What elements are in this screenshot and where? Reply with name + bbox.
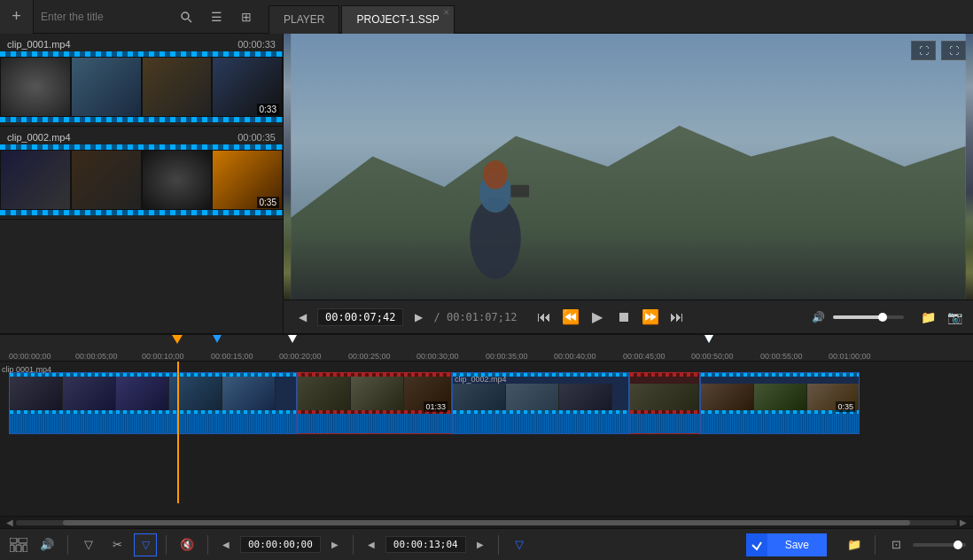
filmstrip-top-2 <box>0 144 283 150</box>
tab-project[interactable]: PROJECT-1.SSP ✕ <box>341 5 454 34</box>
timeline-clip-4[interactable] <box>629 372 700 434</box>
tl-clip-audio-3 <box>453 414 628 433</box>
tl-filmstrip-top-4 <box>630 373 699 377</box>
scroll-right-arrow[interactable]: ▶ <box>957 517 969 529</box>
ruler-label-1: 00:00:05;00 <box>75 352 118 361</box>
storyboard-button[interactable] <box>7 533 30 556</box>
next-button[interactable]: ▶ <box>407 306 430 329</box>
ruler-label-4: 00:00:20;00 <box>279 352 322 361</box>
volume-slider[interactable] <box>833 315 904 319</box>
active-filter-button[interactable]: ▽ <box>134 533 157 556</box>
play-button[interactable]: ▶ <box>586 306 609 329</box>
timeline-ruler: 00:00:00;00 00:00:05;00 00:00:10;00 00:0… <box>0 335 973 362</box>
audio-button[interactable]: 🔊 <box>35 533 58 556</box>
tl-thumb-1-2 <box>63 377 116 410</box>
tc1-prev-button[interactable]: ◀ <box>217 536 235 554</box>
prev-button[interactable]: ◀ <box>291 306 314 329</box>
filter-blue-button[interactable]: ▽ <box>508 533 531 556</box>
timecode-2[interactable]: 00:00:13;04 <box>385 536 466 553</box>
clip-thumb-2-2 <box>71 150 142 210</box>
volume-icon[interactable]: 🔊 <box>806 306 829 329</box>
razor-button[interactable]: ✂ <box>105 533 128 556</box>
tc2-next-button[interactable]: ▶ <box>471 536 489 554</box>
audio-wave-4 <box>630 414 699 433</box>
scroll-track[interactable] <box>16 520 957 525</box>
tl-timestamp-2: 0:35 <box>836 401 855 412</box>
in-marker <box>213 335 222 343</box>
separator-4 <box>353 535 354 555</box>
expand-button[interactable]: ⛶ <box>911 41 936 60</box>
tl-clip-video-4 <box>630 384 699 410</box>
ruler-label-11: 00:00:55;00 <box>760 352 803 361</box>
video-background <box>284 34 973 299</box>
tab-area: PLAYER PROJECT-1.SSP ✕ <box>269 0 456 34</box>
tl-clip-audio-4 <box>630 414 699 433</box>
clip-timestamp-1: 0:33 <box>257 104 279 115</box>
tab-close-icon[interactable]: ✕ <box>443 8 450 17</box>
separator-5 <box>498 535 499 555</box>
total-timecode: / 00:01:07;12 <box>433 311 517 323</box>
timecode-1[interactable]: 00:00:00;00 <box>240 536 321 553</box>
folder-button[interactable]: 📁 <box>916 306 939 329</box>
tl-thumb-2-2 <box>351 377 404 410</box>
player-corner-icons: ⛶ ⛶ <box>911 41 966 60</box>
clip-item-2: clip_0002.mp4 00:00:35 0:35 <box>0 127 283 220</box>
svg-rect-11 <box>16 545 21 552</box>
tc2-prev-button[interactable]: ◀ <box>362 536 380 554</box>
clip-thumbnails-1[interactable]: 0:33 <box>0 51 283 122</box>
filter-button[interactable]: ▽ <box>77 533 100 556</box>
ruler-label-12: 00:01:00;00 <box>829 352 871 361</box>
svg-rect-10 <box>10 545 14 552</box>
grid-view-button[interactable]: ⊞ <box>231 0 261 34</box>
left-panel: clip_0001.mp4 00:00:33 0:33 clip_0002.mp… <box>0 34 284 333</box>
search-button[interactable] <box>171 0 201 34</box>
ruler-label-3: 00:00:15;00 <box>211 352 253 361</box>
clip-thumbnails-2[interactable]: 0:35 <box>0 144 283 215</box>
ruler-label-9: 00:00:45;00 <box>623 352 666 361</box>
filmstrip-top-1 <box>0 51 283 57</box>
fullscreen-button[interactable]: ⛶ <box>941 41 966 60</box>
clip-timestamp-2: 0:35 <box>257 197 279 208</box>
scroll-thumb <box>63 520 910 525</box>
mute-button[interactable]: 🔇 <box>175 533 198 556</box>
frame-back-button[interactable]: ⏪ <box>559 306 582 329</box>
ruler-label-2: 00:00:10;00 <box>142 352 184 361</box>
timeline-clip-2[interactable]: 01:33 <box>297 372 452 434</box>
tc1-next-button[interactable]: ▶ <box>326 536 344 554</box>
svg-rect-9 <box>19 538 27 543</box>
save-button[interactable]: Save <box>767 533 827 556</box>
save-icon-button[interactable] <box>746 533 767 556</box>
add-button[interactable]: + <box>0 0 34 34</box>
video-track: clip 0001.mp4 <box>0 363 973 439</box>
timeline-clip-1[interactable] <box>9 372 297 434</box>
zoom-thumb <box>954 541 962 549</box>
step-back-button[interactable]: ⏮ <box>533 306 556 329</box>
frame-fwd-button[interactable]: ⏩ <box>639 306 662 329</box>
folder-bb-button[interactable]: 📁 <box>843 533 866 556</box>
timeline-clip-5[interactable]: 0:35 <box>700 372 860 434</box>
svg-rect-8 <box>10 538 17 543</box>
tab-player[interactable]: PLAYER <box>269 5 339 34</box>
zoom-slider[interactable] <box>913 543 966 547</box>
fit-button[interactable]: ⊡ <box>884 533 907 556</box>
volume-fill <box>833 315 883 319</box>
clip-thumb-1-2 <box>71 57 142 117</box>
title-input[interactable] <box>34 11 171 23</box>
volume-thumb <box>878 313 887 322</box>
clip-duration-1: 00:00:33 <box>237 39 276 50</box>
timeline-clip-3[interactable]: clip_0002.mp4 <box>452 372 629 434</box>
list-view-button[interactable]: ☰ <box>201 0 231 34</box>
clip-thumb-1-3 <box>142 57 213 117</box>
current-timecode[interactable]: 00:00:07;42 <box>317 308 403 326</box>
audio-wave-2 <box>298 414 451 433</box>
right-panel: ⛶ ⛶ ◀ 00:00:07;42 ▶ / 00:01:07;12 ⏮ ⏪ ▶ … <box>284 34 973 333</box>
screenshot-button[interactable]: 📷 <box>943 306 966 329</box>
ruler-label-10: 00:00:50;00 <box>691 352 734 361</box>
step-fwd-button[interactable]: ⏭ <box>666 306 689 329</box>
svg-rect-12 <box>23 545 27 552</box>
scroll-left-arrow[interactable]: ◀ <box>4 517 16 529</box>
filmstrip-bottom-1 <box>0 117 283 122</box>
tl-thumb-1-1 <box>10 377 63 410</box>
player-video: ⛶ ⛶ <box>284 34 973 299</box>
stop-button[interactable]: ⏹ <box>612 306 635 329</box>
